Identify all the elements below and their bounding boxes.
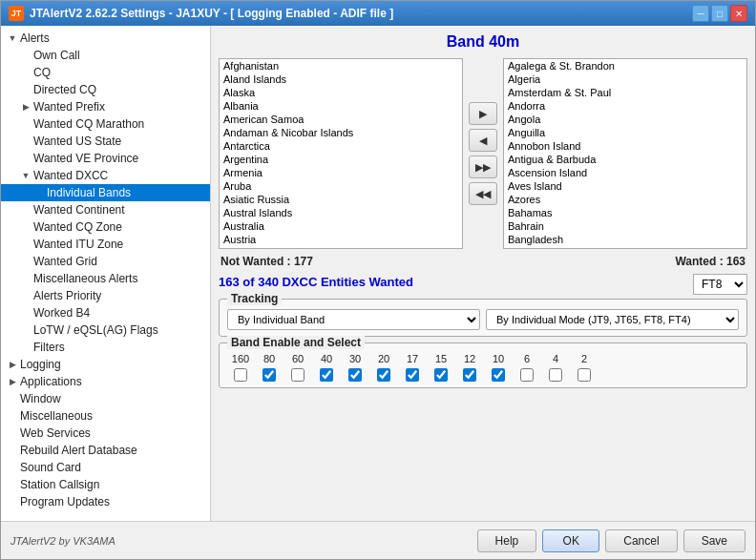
band-checkbox-10[interactable]	[492, 368, 505, 382]
maximize-button[interactable]: □	[711, 5, 728, 22]
band-checkbox-15[interactable]	[434, 368, 448, 382]
band-checkbox-4[interactable]	[549, 368, 562, 382]
band-checkbox-2[interactable]	[578, 368, 591, 382]
tree-item-wanted-dxcc[interactable]: ▼Wanted DXCC	[1, 167, 210, 184]
tree-item-cq[interactable]: CQ	[1, 64, 210, 81]
wanted-item[interactable]: Bahrain	[504, 219, 746, 233]
wanted-item[interactable]: Amsterdam & St. Paul	[504, 86, 746, 99]
tree-item-program-updates[interactable]: Program Updates	[1, 493, 210, 510]
tree-item-own-call[interactable]: Own Call	[1, 47, 210, 64]
minimize-button[interactable]: ─	[692, 5, 709, 22]
tree-expander-logging: ▶	[5, 357, 20, 372]
tree-label-miscellaneous: Miscellaneous	[20, 409, 93, 423]
band-checkbox-160[interactable]	[234, 368, 247, 382]
tree-item-sound-card[interactable]: Sound Card	[1, 459, 210, 476]
tracking-option1[interactable]: By Individual Band	[227, 309, 480, 330]
not-wanted-item[interactable]: Aland Islands	[220, 73, 462, 86]
wanted-list[interactable]: Agalega & St. BrandonAlgeriaAmsterdam & …	[503, 58, 747, 249]
not-wanted-item[interactable]: Austria	[220, 233, 462, 246]
not-wanted-item[interactable]: Australia	[220, 219, 462, 233]
tree-item-lotw-eqsl[interactable]: LoTW / eQSL(AG) Flags	[1, 321, 210, 339]
band-col-6: 6	[514, 353, 540, 382]
move-left-button[interactable]: ◀	[469, 129, 497, 152]
tree-item-wanted-us-state[interactable]: Wanted US State	[1, 133, 210, 150]
wanted-item[interactable]: Ascension Island	[504, 166, 746, 179]
move-all-right-button[interactable]: ▶▶	[469, 156, 497, 178]
help-button[interactable]: Help	[477, 529, 537, 552]
tree-item-wanted-cq-marathon[interactable]: Wanted CQ Marathon	[1, 115, 210, 133]
not-wanted-item[interactable]: American Samoa	[220, 113, 462, 126]
wanted-item[interactable]: Annobon Island	[504, 139, 746, 153]
mode-select[interactable]: FT8FT4JT65JT9ALL	[693, 274, 747, 295]
band-checkbox-40[interactable]	[320, 368, 333, 382]
not-wanted-item[interactable]: Azerbaijan	[220, 246, 462, 249]
move-all-left-button[interactable]: ◀◀	[469, 182, 497, 205]
tree-expander-wanted-prefix: ▶	[18, 99, 33, 114]
not-wanted-item[interactable]: Alaska	[220, 86, 462, 99]
tree-expander-rebuild-alert-db	[5, 443, 20, 458]
list-transfer: AfghanistanAland IslandsAlaskaAlbaniaAme…	[219, 58, 747, 249]
dxcc-row: 163 of 340 DXCC Entities Wanted FT8FT4JT…	[219, 274, 747, 295]
tree-item-web-services[interactable]: Web Services	[1, 425, 210, 442]
wanted-item[interactable]: Angola	[504, 113, 746, 126]
band-checkbox-30[interactable]	[348, 368, 362, 382]
tree-item-individual-bands[interactable]: Individual Bands	[1, 184, 210, 201]
tree-item-alerts[interactable]: ▼Alerts	[1, 30, 210, 47]
not-wanted-item[interactable]: Asiatic Russia	[220, 193, 462, 206]
tree-item-miscellaneous[interactable]: Miscellaneous	[1, 407, 210, 425]
tree-item-wanted-itu-zone[interactable]: Wanted ITU Zone	[1, 236, 210, 253]
tree-item-window[interactable]: Window	[1, 390, 210, 407]
tree-label-alerts: Alerts	[20, 31, 50, 45]
save-button[interactable]: Save	[683, 529, 746, 552]
tree-item-worked-b4[interactable]: Worked B4	[1, 304, 210, 321]
tree-item-wanted-ve-province[interactable]: Wanted VE Province	[1, 150, 210, 167]
ok-button[interactable]: OK	[542, 529, 599, 552]
band-col-10: 10	[485, 353, 512, 382]
wanted-item[interactable]: Azores	[504, 193, 746, 206]
band-checkbox-17[interactable]	[406, 368, 419, 382]
band-checkbox-12[interactable]	[463, 368, 476, 382]
band-checkbox-6[interactable]	[520, 368, 534, 382]
not-wanted-list[interactable]: AfghanistanAland IslandsAlaskaAlbaniaAme…	[219, 58, 463, 249]
tree-item-applications[interactable]: ▶Applications	[1, 373, 210, 390]
band-checkbox-80[interactable]	[262, 368, 276, 382]
wanted-item[interactable]: Algeria	[504, 73, 746, 86]
not-wanted-item[interactable]: Aruba	[220, 179, 462, 193]
tree-item-wanted-grid[interactable]: Wanted Grid	[1, 253, 210, 270]
move-right-button[interactable]: ▶	[469, 102, 497, 125]
wanted-item[interactable]: Anguilla	[504, 126, 746, 139]
tree-item-rebuild-alert-db[interactable]: Rebuild Alert Database	[1, 442, 210, 459]
not-wanted-item[interactable]: Andaman & Nicobar Islands	[220, 126, 462, 139]
band-checkbox-20[interactable]	[377, 368, 390, 382]
tree-item-logging[interactable]: ▶Logging	[1, 356, 210, 373]
not-wanted-item[interactable]: Albania	[220, 99, 462, 113]
tree-item-filters[interactable]: Filters	[1, 339, 210, 356]
not-wanted-item[interactable]: Argentina	[220, 153, 462, 166]
wanted-item[interactable]: Barbados	[504, 246, 746, 249]
tree-item-wanted-continent[interactable]: Wanted Continent	[1, 201, 210, 218]
wanted-item[interactable]: Bangladesh	[504, 233, 746, 246]
not-wanted-item[interactable]: Austral Islands	[220, 206, 462, 219]
close-button[interactable]: ✕	[730, 5, 747, 22]
tree-item-wanted-prefix[interactable]: ▶Wanted Prefix	[1, 98, 210, 115]
tree-label-applications: Applications	[20, 375, 82, 388]
wanted-item[interactable]: Aves Island	[504, 179, 746, 193]
tree-item-station-callsign[interactable]: Station Callsign	[1, 476, 210, 493]
not-wanted-item[interactable]: Afghanistan	[220, 59, 462, 73]
tree-item-wanted-cq-zone[interactable]: Wanted CQ Zone	[1, 218, 210, 236]
tracking-option2[interactable]: By Individual Mode (JT9, JT65, FT8, FT4)	[486, 309, 739, 330]
tree-item-miscellaneous-alerts[interactable]: Miscellaneous Alerts	[1, 270, 210, 287]
wanted-item[interactable]: Antigua & Barbuda	[504, 153, 746, 166]
band-label-4: 4	[553, 353, 558, 364]
wanted-item[interactable]: Agalega & St. Brandon	[504, 59, 746, 73]
band-checkbox-60[interactable]	[291, 368, 304, 382]
wanted-item[interactable]: Andorra	[504, 99, 746, 113]
not-wanted-item[interactable]: Armenia	[220, 166, 462, 179]
not-wanted-item[interactable]: Antarctica	[220, 139, 462, 153]
tree-item-alerts-priority[interactable]: Alerts Priority	[1, 287, 210, 304]
cancel-button[interactable]: Cancel	[605, 529, 677, 552]
tree-expander-miscellaneous	[5, 408, 20, 424]
band-col-15: 15	[428, 353, 454, 382]
wanted-item[interactable]: Bahamas	[504, 206, 746, 219]
tree-item-directed-cq[interactable]: Directed CQ	[1, 81, 210, 98]
